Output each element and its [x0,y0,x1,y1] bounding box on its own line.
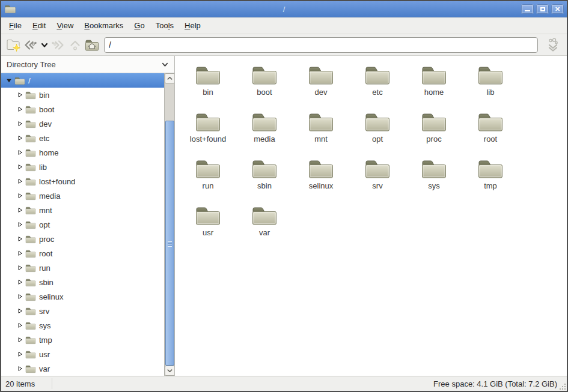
tree-item-label: sbin [39,278,53,287]
menu-item-help[interactable]: Help [179,19,206,32]
tree-item-srv[interactable]: srv [1,304,164,318]
tree-item-lib[interactable]: lib [1,160,164,174]
maximize-button[interactable] [536,4,549,14]
tree-item-var[interactable]: var [1,361,164,376]
folder-item-etc[interactable]: etc [349,61,406,107]
tree-scrollbar[interactable] [164,73,174,376]
toolbar [1,34,567,56]
menu-item-view[interactable]: View [51,19,79,32]
folder-item-lost+found[interactable]: lost+found [180,107,236,154]
folder-item-selinux[interactable]: selinux [293,154,349,201]
expander-icon[interactable] [16,164,24,170]
folder-icon [25,278,36,287]
scroll-up-button[interactable] [165,73,174,83]
expander-icon[interactable] [16,135,24,141]
expander-icon[interactable] [16,279,24,285]
tree-item-home[interactable]: home [1,145,164,160]
expander-icon[interactable] [16,193,24,199]
directory-tree: / bin boot dev [1,73,174,376]
tree-item-opt[interactable]: opt [1,217,164,232]
tree-item-sys[interactable]: sys [1,318,164,333]
tree-item-etc[interactable]: etc [1,131,164,145]
menu-item-tools[interactable]: Tools [150,19,179,32]
folder-item-srv[interactable]: srv [349,154,406,201]
expander-icon[interactable] [16,351,24,357]
expander-icon[interactable] [5,77,13,83]
close-button[interactable]: ✕ [551,4,564,14]
folder-item-proc[interactable]: proc [406,107,462,154]
folder-item-mnt[interactable]: mnt [293,107,349,154]
folder-item-home[interactable]: home [406,61,462,107]
expander-icon[interactable] [16,236,24,242]
folder-item-sbin[interactable]: sbin [236,154,293,201]
scrollbar-thumb[interactable] [165,121,174,366]
expander-icon[interactable] [16,366,24,372]
expander-icon[interactable] [16,337,24,343]
expander-icon[interactable] [16,106,24,112]
expander-icon[interactable] [16,308,24,314]
free-space: Free space: 4.1 GiB (Total: 7.2 GiB) [433,379,567,388]
expander-icon[interactable] [16,92,24,98]
menu-item-go[interactable]: Go [129,19,150,32]
folder-item-label: run [203,181,214,190]
scroll-down-button[interactable] [165,366,174,376]
minimize-button[interactable] [521,4,534,14]
title-bar[interactable]: / ✕ [1,1,567,17]
menu-item-accel: F [9,21,14,30]
folder-item-sys[interactable]: sys [406,154,462,201]
expander-icon[interactable] [16,250,24,256]
menu-item-bookmarks[interactable]: Bookmarks [79,19,129,32]
new-tab-button[interactable] [5,37,22,53]
window-title: / [1,5,567,14]
menu-item-file[interactable]: File [4,19,27,32]
tree-item-root[interactable]: root [1,246,164,261]
folder-item-opt[interactable]: opt [349,107,406,154]
back-button[interactable] [22,37,38,53]
tree-item-root[interactable]: / [1,73,164,88]
expander-icon[interactable] [16,149,24,155]
resize-grip[interactable] [560,384,566,390]
folder-item-boot[interactable]: boot [236,61,293,107]
expander-icon[interactable] [16,121,24,127]
tree-item-boot[interactable]: boot [1,102,164,116]
tree-item-bin[interactable]: bin [1,88,164,102]
folder-item-tmp[interactable]: tmp [462,154,519,201]
tree-item-sbin[interactable]: sbin [1,275,164,289]
folder-item-media[interactable]: media [236,107,293,154]
folder-icon [251,111,278,133]
up-button[interactable] [67,37,84,53]
side-pane-mode-selector[interactable]: Directory Tree [1,56,174,73]
jump-to-button[interactable] [543,37,563,53]
tree-item-tmp[interactable]: tmp [1,333,164,347]
tree-item-proc[interactable]: proc [1,232,164,246]
folder-item-dev[interactable]: dev [293,61,349,107]
tree-item-selinux[interactable]: selinux [1,289,164,304]
folder-item-label: root [484,134,497,143]
tree-item-media[interactable]: media [1,188,164,203]
tree-item-dev[interactable]: dev [1,116,164,131]
home-button[interactable] [84,37,100,53]
tree-item-label: usr [39,350,50,359]
tree-item-run[interactable]: run [1,261,164,275]
expander-icon[interactable] [16,322,24,328]
tree-item-lost+found[interactable]: lost+found [1,174,164,188]
folder-item-lib[interactable]: lib [462,61,519,107]
expander-icon[interactable] [16,294,24,300]
expander-icon[interactable] [16,222,24,228]
path-input[interactable] [104,37,538,53]
folder-item-usr[interactable]: usr [180,201,236,248]
expander-icon[interactable] [16,265,24,271]
tree-item-usr[interactable]: usr [1,347,164,361]
tree-item-mnt[interactable]: mnt [1,203,164,217]
menu-item-edit[interactable]: Edit [27,19,51,32]
folder-item-bin[interactable]: bin [180,61,236,107]
folder-item-run[interactable]: run [180,154,236,201]
expander-icon[interactable] [16,207,24,213]
folder-item-var[interactable]: var [236,201,293,248]
folder-item-root[interactable]: root [462,107,519,154]
history-dropdown-button[interactable] [38,37,50,53]
forward-button[interactable] [50,37,67,53]
folder-view[interactable]: bin boot dev etc home lib [175,56,567,376]
expander-icon[interactable] [16,178,24,184]
tree-item-label: lost+found [39,177,75,186]
